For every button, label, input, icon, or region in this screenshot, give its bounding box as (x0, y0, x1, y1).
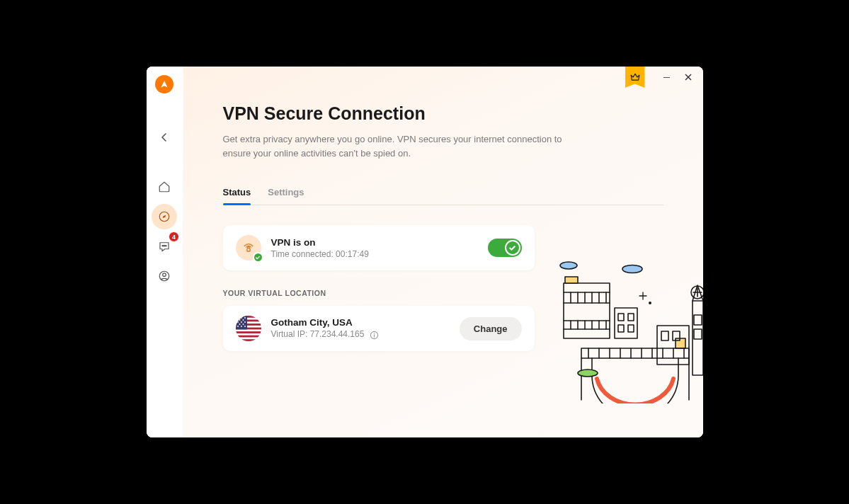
svg-point-34 (374, 333, 375, 333)
svg-rect-68 (657, 326, 689, 365)
svg-point-2 (164, 246, 165, 247)
city-illustration (544, 258, 703, 403)
vpn-time-connected: Time connected: 00:17:49 (271, 249, 488, 259)
page-title: VPN Secure Connection (223, 103, 663, 124)
svg-point-35 (560, 262, 577, 269)
svg-rect-9 (246, 248, 249, 251)
vpn-status-title: VPN is on (271, 237, 488, 248)
svg-point-20 (241, 317, 242, 319)
svg-point-19 (237, 317, 239, 319)
app-window: 4 VPN Secure Connection Get extra privac… (147, 67, 703, 437)
svg-rect-57 (618, 314, 624, 321)
svg-point-21 (244, 317, 246, 319)
svg-point-27 (239, 323, 240, 325)
svg-rect-59 (618, 325, 624, 332)
svg-point-23 (242, 319, 244, 321)
svg-rect-67 (694, 329, 702, 339)
svg-rect-61 (676, 338, 685, 348)
svg-point-25 (241, 321, 242, 323)
svg-rect-62 (693, 301, 703, 375)
app-logo-icon (155, 75, 173, 93)
svg-point-29 (237, 326, 239, 327)
svg-rect-11 (236, 316, 261, 318)
svg-rect-17 (236, 339, 261, 341)
svg-point-26 (244, 321, 246, 323)
check-icon (253, 252, 263, 263)
svg-rect-69 (661, 331, 668, 340)
svg-rect-66 (694, 315, 702, 325)
tabs: Status Settings (223, 181, 663, 205)
toggle-knob (505, 240, 520, 256)
sidebar-item-home[interactable] (152, 174, 177, 200)
svg-point-24 (237, 321, 239, 323)
svg-point-36 (622, 265, 642, 273)
premium-ribbon-icon[interactable] (625, 67, 645, 88)
minimize-button[interactable] (656, 67, 678, 88)
change-location-button[interactable]: Change (460, 317, 522, 340)
svg-point-30 (241, 326, 242, 327)
vpn-status-card: VPN is on Time connected: 00:17:49 (223, 225, 535, 270)
svg-rect-71 (581, 348, 689, 358)
svg-point-31 (244, 326, 246, 327)
close-button[interactable] (678, 67, 699, 88)
tab-status[interactable]: Status (223, 181, 251, 205)
main-content: VPN Secure Connection Get extra privacy … (183, 67, 703, 437)
svg-rect-70 (673, 331, 680, 340)
location-section-label: YOUR VIRTUAL LOCATION (223, 289, 663, 297)
tab-settings[interactable]: Settings (268, 181, 304, 205)
svg-point-28 (242, 323, 244, 325)
notification-badge: 4 (169, 231, 179, 242)
vpn-toggle[interactable] (488, 239, 522, 257)
svg-rect-56 (615, 308, 637, 338)
flag-usa-icon (236, 316, 261, 341)
sidebar-item-account[interactable] (152, 263, 177, 289)
svg-rect-58 (628, 314, 634, 321)
page-subtitle: Get extra privacy anywhere you go online… (223, 132, 563, 160)
sidebar: 4 (147, 67, 183, 437)
svg-point-82 (578, 370, 598, 377)
svg-point-63 (691, 286, 703, 299)
svg-rect-40 (565, 277, 578, 283)
svg-point-1 (162, 246, 164, 247)
svg-point-5 (163, 273, 166, 277)
titlebar (625, 67, 703, 89)
sidebar-item-explore[interactable] (152, 204, 177, 229)
location-city: Gotham City, USA (271, 317, 460, 328)
info-icon[interactable] (370, 331, 379, 340)
vpn-lock-icon (236, 235, 261, 260)
back-button[interactable] (153, 126, 176, 149)
svg-point-37 (649, 302, 650, 304)
svg-rect-16 (236, 336, 261, 338)
svg-point-22 (239, 319, 240, 321)
sidebar-item-messages[interactable]: 4 (152, 234, 177, 259)
svg-rect-60 (628, 325, 634, 332)
svg-point-3 (166, 246, 167, 247)
svg-rect-15 (236, 331, 261, 333)
location-ip: Virtual IP: 77.234.44.165 (271, 329, 460, 339)
location-card: Gotham City, USA Virtual IP: 77.234.44.1… (223, 306, 535, 351)
